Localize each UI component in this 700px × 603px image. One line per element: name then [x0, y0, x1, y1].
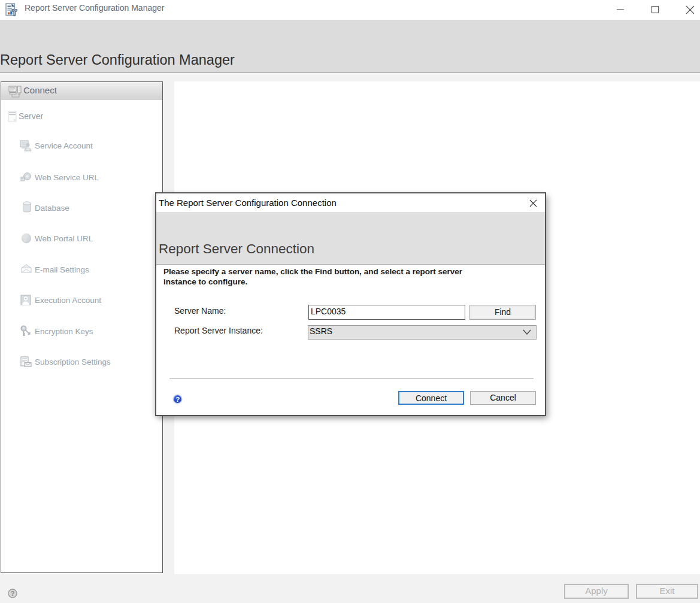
svg-text:?: ? [11, 590, 15, 597]
svg-text:?: ? [175, 396, 180, 403]
